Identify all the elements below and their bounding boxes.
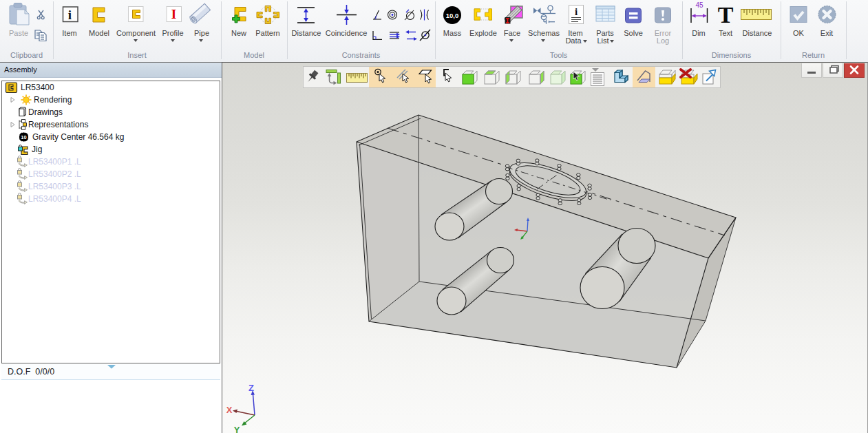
svg-text:10: 10 — [21, 134, 26, 140]
svg-text:45: 45 — [695, 1, 703, 9]
svg-text:I: I — [171, 7, 176, 21]
svg-text:i: i — [575, 6, 578, 17]
svg-text:i: i — [68, 8, 72, 22]
svg-text:T: T — [718, 2, 734, 28]
svg-text:Y: Y — [234, 425, 240, 433]
svg-text:X: X — [226, 405, 233, 415]
svg-text:10,0: 10,0 — [446, 12, 459, 19]
svg-text:Z: Z — [248, 383, 254, 393]
